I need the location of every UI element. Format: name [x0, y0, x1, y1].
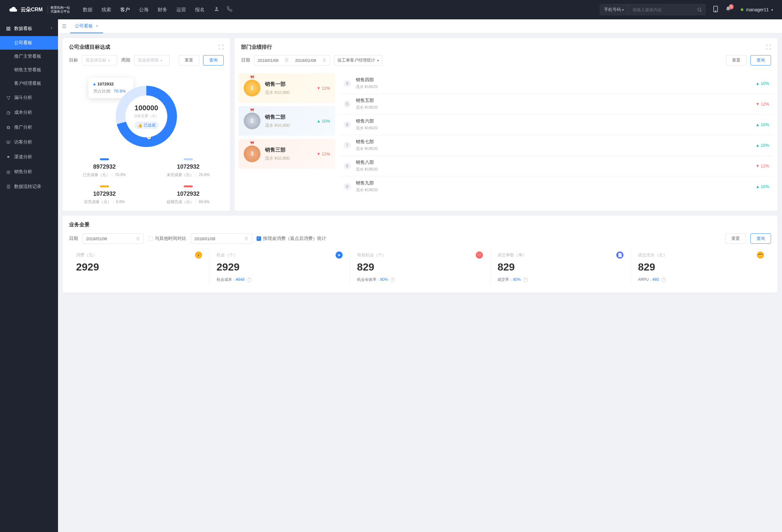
stat-icon: 💰 [195, 251, 202, 258]
rank-row: 6 销售六部流水 ¥19020 ▲10% [339, 114, 774, 135]
date-range-picker[interactable]: 2018/01/08 至 2018/01/08 🗓 [254, 55, 330, 66]
right-icons: 5 manager11 ▾ [713, 6, 773, 13]
stat-title: 机会（个） [217, 252, 343, 258]
status-achieved: 👍已达成 [134, 121, 158, 129]
rank-amount: 流水 ¥19020 [356, 167, 378, 172]
rank-amount: 流水 ¥19020 [356, 105, 378, 110]
help-icon[interactable]: ? [662, 278, 666, 282]
user-menu[interactable]: manager11 ▾ [741, 7, 773, 12]
sidebar-group-dashboard[interactable]: 数据看板 ˄ [0, 21, 58, 36]
close-icon[interactable]: ✕ [96, 24, 99, 28]
menu-public[interactable]: 公海 [139, 7, 149, 13]
sidebar-item-promo[interactable]: ⧉推广分析 [0, 120, 58, 135]
target-icon: ◎ [6, 169, 11, 174]
menu-leads[interactable]: 线索 [102, 7, 111, 13]
sidebar-item-visitor[interactable]: ☏访客分析 [0, 135, 58, 150]
reset-button[interactable]: 重置 [725, 234, 746, 244]
stat-sub: 机会成本：¥948 ? [217, 277, 343, 282]
chevron-down-icon: ▾ [771, 8, 773, 11]
arrow-down-icon: ▼ [755, 164, 760, 168]
search-type-select[interactable]: 手机号码 ▾ [600, 4, 629, 15]
rank-rate: ▲10% [755, 122, 769, 127]
user-icon[interactable] [214, 6, 219, 13]
arrow-down-icon: ▼ [317, 86, 321, 91]
legend-due: 1072932应完成量（元）8.9% [63, 185, 146, 205]
query-button[interactable]: 查询 [750, 234, 771, 244]
sidebar-item-company[interactable]: 公司看板 [0, 36, 58, 50]
cash-consume-checkbox[interactable]: 按现金消费（返点后消费）统计 [257, 236, 326, 242]
query-button[interactable]: 查询 [203, 55, 224, 66]
bell-icon[interactable]: 5 [725, 6, 731, 13]
sidebar-item-cost[interactable]: ◷成本分析 [0, 105, 58, 120]
gold-medal-icon: 🎀1 [244, 80, 260, 96]
card-business-title: 业务全景 [69, 221, 90, 228]
sidebar-item-flow[interactable]: ☰数据流转记录 [0, 179, 58, 194]
expand-icon[interactable]: ⛶ [218, 44, 224, 50]
statby-select[interactable]: 按工单客户经理统计▾ [334, 55, 382, 66]
reset-button[interactable]: 重置 [726, 55, 747, 66]
rank-amount: 流水 ¥19020 [356, 187, 378, 193]
menu-finance[interactable]: 财务 [157, 7, 167, 13]
user-name: manager11 [746, 7, 769, 12]
donut-knob [147, 135, 151, 139]
search-button[interactable] [693, 7, 706, 12]
period-label: 周期 [121, 58, 130, 63]
help-icon[interactable]: ? [247, 278, 251, 282]
stat-sub: 机会有效率：80% ? [357, 277, 483, 282]
share-icon: ⚭ [6, 154, 11, 159]
top-navbar: 云朵CRM 教育机构一站式服务云平台 数据 线索 客户 公海 财务 运营 报名 … [0, 0, 782, 19]
bronze-medal-icon: 🎀3 [244, 145, 260, 162]
svg-point-1 [698, 8, 701, 11]
rank-number: 5 [344, 101, 351, 108]
collapse-icon[interactable]: ☰ [62, 23, 66, 29]
thumb-up-icon: 👍 [138, 123, 142, 128]
menu-ops[interactable]: 运营 [176, 7, 186, 13]
rank-name: 销售五部 [356, 98, 378, 104]
help-icon[interactable]: ? [390, 278, 395, 282]
biz-date-start[interactable]: 2018/01/08🗓 [82, 234, 144, 244]
arrow-up-icon: ▲ [755, 81, 760, 86]
sidebar-item-channel[interactable]: ⚭渠道分析 [0, 150, 58, 165]
search-input[interactable] [633, 7, 689, 12]
chevron-down-icon: ▾ [622, 8, 624, 11]
biz-date-end[interactable]: 2018/01/08🗓 [191, 234, 252, 244]
goal-donut-chart: 1072932 所占比例: 70.9% 100000 目标总量（元） 👍已达成 [88, 74, 204, 158]
rank-top-1: 🎀1 销售一部流水 ¥10,900 ▼12% [239, 73, 335, 103]
tab-company-board[interactable]: 公司看板 ✕ [70, 19, 103, 33]
logo-text: 云朵CRM [21, 6, 42, 13]
tab-bar: ☰ 公司看板 ✕ [58, 19, 782, 34]
menu-customers[interactable]: 客户 [120, 7, 130, 13]
sidebar-item-promo-mgr[interactable]: 推广主管看板 [0, 50, 58, 63]
expand-icon[interactable]: ⛶ [766, 44, 771, 50]
calendar-icon: 🗓 [244, 236, 249, 241]
device-icon[interactable] [713, 6, 718, 13]
query-button[interactable]: 查询 [750, 55, 771, 66]
logo[interactable]: 云朵CRM 教育机构一站式服务云平台 [9, 6, 70, 13]
reset-button[interactable]: 重置 [179, 55, 199, 66]
svg-rect-5 [9, 27, 10, 28]
stat-sub: ARPU：¥80 ? [638, 277, 764, 282]
stat-item: ➤ 机会（个） 2929机会成本：¥948 ? [210, 250, 350, 285]
period-select[interactable]: 请选择周期▾ [134, 55, 170, 66]
search-type-label: 手机号码 [604, 7, 621, 12]
sidebar-item-sales[interactable]: ◎销售分析 [0, 165, 58, 179]
compare-checkbox[interactable]: 与其他时间对比 [148, 236, 186, 242]
sidebar-item-sales-mgr[interactable]: 销售主管看板 [0, 63, 58, 77]
menu-enroll[interactable]: 报名 [195, 7, 205, 13]
help-icon[interactable]: ? [523, 278, 528, 282]
stat-value: 2929 [217, 261, 343, 273]
sidebar-item-acct-mgr[interactable]: 客户经理看板 [0, 77, 58, 90]
phone-icon[interactable] [226, 6, 233, 13]
silver-medal-icon: 🎀2 [244, 112, 260, 129]
list-icon: ☰ [6, 184, 11, 189]
svg-point-0 [216, 7, 218, 9]
rank-name: 销售九部 [356, 180, 378, 186]
chevron-up-icon: ˄ [50, 27, 52, 31]
target-select[interactable]: 请选择目标▾ [82, 55, 117, 66]
stat-item: 🛡 有效机会（个） 829机会有效率：80% ? [350, 250, 491, 285]
biz-date-label: 日期 [69, 236, 78, 242]
rank-number: 4 [344, 80, 351, 87]
menu-data[interactable]: 数据 [83, 7, 93, 13]
sidebar-item-funnel[interactable]: ▽漏斗分析 [0, 90, 58, 105]
rank-amount: 流水 ¥19020 [356, 126, 378, 131]
